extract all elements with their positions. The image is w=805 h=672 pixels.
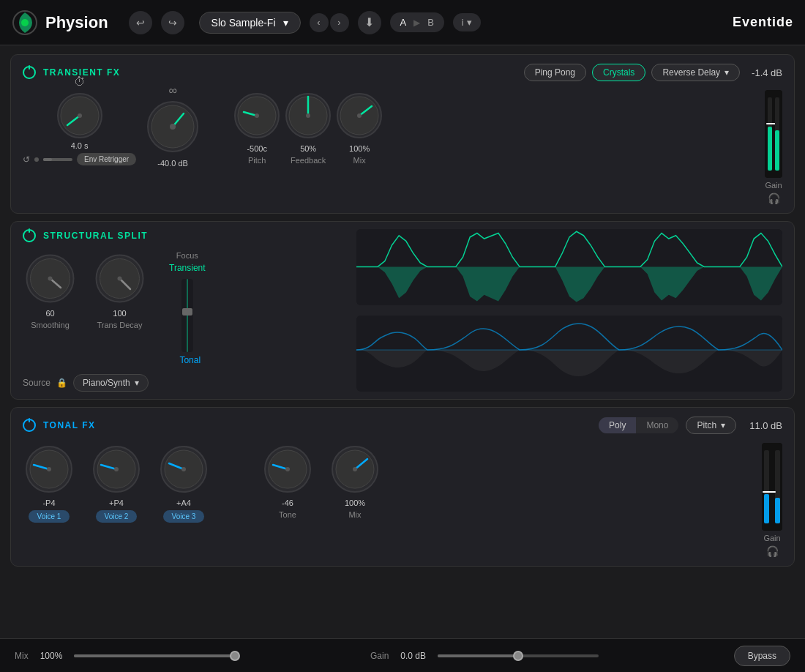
headphone-icon[interactable]: 🎧: [768, 193, 780, 204]
mix-label: Mix: [15, 651, 29, 661]
voice2-tag[interactable]: Voice 2: [96, 510, 138, 523]
time-slider[interactable]: [43, 158, 72, 161]
mix-label: Mix: [353, 156, 366, 165]
svg-point-19: [48, 277, 53, 281]
prev-preset-button[interactable]: ‹: [310, 13, 329, 32]
smoothing-knob[interactable]: [23, 251, 78, 306]
a-button[interactable]: A: [396, 15, 411, 29]
voice3-value: +A4: [176, 499, 191, 507]
tonal-mix-knob-container: 100% Mix: [329, 443, 381, 519]
logo-area: Physion: [12, 10, 108, 36]
bypass-button[interactable]: Bypass: [734, 646, 790, 666]
app-title: Physion: [45, 13, 108, 32]
time-knob[interactable]: [54, 90, 105, 141]
feedback-knob[interactable]: [282, 90, 334, 141]
fx-tags: Ping Pong Crystals Reverse Delay ▾ -1.4 …: [524, 64, 782, 81]
mix-slider[interactable]: [74, 654, 235, 657]
smoothing-knob-container: 60 Smoothing: [23, 251, 78, 329]
focus-area: Focus Transient Tonal: [169, 251, 206, 365]
poly-button[interactable]: Poly: [599, 417, 636, 433]
trans-decay-knob-container: 100 Trans Decay: [92, 251, 147, 329]
gain-slider-thumb[interactable]: [513, 651, 523, 661]
preset-dropdown[interactable]: Slo Sample-Fi ▾: [199, 12, 301, 34]
mono-button[interactable]: Mono: [636, 417, 678, 433]
time-subrow: ↺ Env Retrigger: [23, 153, 136, 165]
tonal-mix-label: Mix: [348, 510, 361, 519]
undo-button[interactable]: ↩: [129, 11, 152, 34]
tone-knob-container: -46 Tone: [261, 443, 314, 519]
trans-decay-knob[interactable]: [92, 251, 147, 306]
info-button[interactable]: i ▾: [453, 13, 481, 31]
tonal-dropdown-chevron: ▾: [721, 420, 725, 430]
voice3-knob-container: +A4 Voice 3: [157, 443, 210, 523]
tonal-mix-value: 100%: [345, 499, 365, 507]
mix-knob[interactable]: [334, 90, 385, 141]
tonal-gain-value: 11.0 dB: [749, 420, 782, 431]
tonal-waveform-panel: [356, 316, 782, 392]
tonal-fx-power-button[interactable]: [23, 419, 36, 432]
reverse-delay-dropdown[interactable]: Reverse Delay ▾: [651, 64, 740, 81]
lock-icon[interactable]: 🔒: [56, 378, 67, 388]
mix-slider-thumb[interactable]: [230, 651, 240, 661]
tonal-label: Tonal: [179, 355, 201, 365]
smoothing-value: 60: [45, 309, 54, 318]
focus-slider[interactable]: [181, 279, 193, 352]
transient-fx-power-button[interactable]: [23, 66, 36, 79]
level-knob[interactable]: [143, 97, 202, 156]
tonal-effect-dropdown[interactable]: Pitch ▾: [686, 417, 736, 434]
svg-point-13: [306, 113, 310, 118]
tone-knob[interactable]: [261, 443, 314, 496]
tonal-fx-section: TONAL FX Poly Mono Pitch ▾ 11.0 dB: [10, 407, 795, 567]
eventide-brand: Eventide: [733, 15, 793, 30]
env-retrigger-tag[interactable]: Env Retrigger: [77, 153, 136, 165]
voice1-tag[interactable]: Voice 1: [29, 510, 70, 523]
voice3-tag[interactable]: Voice 3: [163, 510, 205, 523]
transient-gain-value: -1.4 dB: [752, 67, 782, 78]
transient-knobs-row: ⏱ 4.0 s ↺: [23, 90, 782, 204]
crystals-tag[interactable]: Crystals: [592, 64, 645, 81]
tonal-gain-label: Gain: [763, 534, 780, 542]
waveform-display: [356, 229, 782, 392]
physion-logo-icon: [12, 10, 38, 36]
focus-value: Transient: [169, 263, 206, 273]
level-value: -40.0 dB: [157, 159, 188, 168]
voice1-knob-container: -P4 Voice 1: [23, 443, 75, 523]
tonal-gain-area: Gain 🎧: [762, 443, 782, 557]
download-button[interactable]: ⬇: [358, 11, 381, 34]
source-row: Source 🔒 Piano/Synth ▾: [23, 374, 345, 392]
ping-pong-tag[interactable]: Ping Pong: [524, 64, 586, 81]
time-toggle[interactable]: [34, 157, 39, 162]
structural-split-power-button[interactable]: [23, 229, 36, 242]
info-arrow: ▾: [467, 17, 472, 28]
gain-slider[interactable]: [438, 654, 599, 657]
source-value: Piano/Synth: [83, 378, 130, 388]
svg-point-16: [357, 113, 362, 118]
trans-decay-label: Trans Decay: [97, 321, 143, 329]
feedback-knob-container: 50% Feedback: [282, 90, 334, 165]
feedback-value: 50%: [300, 144, 316, 153]
pitch-label: Pitch: [248, 156, 266, 165]
svg-point-1: [21, 19, 29, 26]
svg-point-22: [118, 277, 122, 281]
voice2-knob[interactable]: [90, 443, 143, 496]
voice1-knob[interactable]: [23, 443, 75, 496]
svg-point-40: [353, 467, 357, 471]
pitch-knob[interactable]: [231, 90, 282, 141]
next-preset-button[interactable]: ›: [330, 13, 349, 32]
svg-point-10: [255, 113, 259, 118]
source-dropdown[interactable]: Piano/Synth ▾: [73, 374, 149, 392]
voice1-value: -P4: [42, 499, 55, 507]
feedback-label: Feedback: [291, 156, 326, 165]
focus-slider-handle[interactable]: [182, 308, 192, 316]
tone-value: -46: [282, 499, 293, 507]
redo-button[interactable]: ↪: [161, 11, 184, 34]
tonal-headphone-icon[interactable]: 🎧: [766, 545, 779, 557]
info-icon: i: [462, 17, 464, 28]
dropdown-arrow: ▾: [283, 17, 288, 29]
tonal-mix-knob[interactable]: [329, 443, 381, 496]
mix-value: 100%: [349, 144, 370, 153]
voice3-knob[interactable]: [157, 443, 210, 496]
b-button[interactable]: B: [423, 15, 438, 29]
gain-area: Gain 🎧: [765, 90, 782, 204]
tonal-gain-meter: [762, 443, 782, 531]
